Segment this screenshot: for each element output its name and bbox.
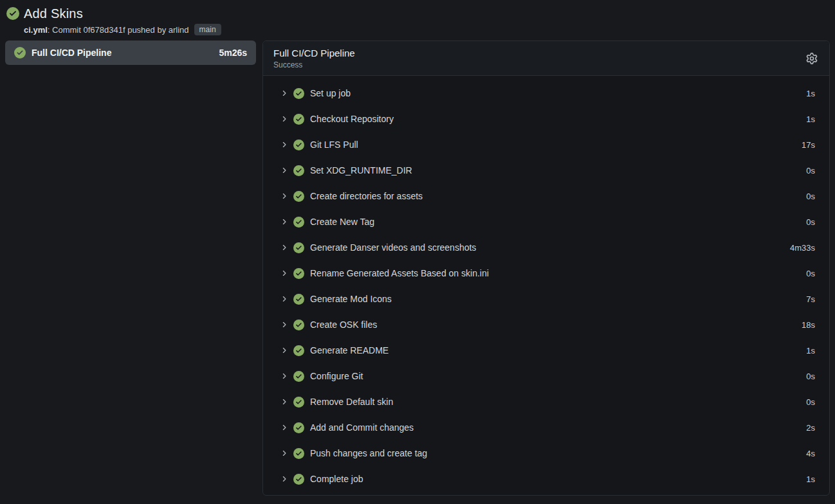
step-name: Create OSK files <box>310 320 796 330</box>
step-name: Create New Tag <box>310 217 800 227</box>
success-check-icon <box>293 88 304 99</box>
step-duration: 0s <box>806 372 815 381</box>
chevron-right-icon <box>281 475 288 483</box>
chevron-right-icon <box>281 115 288 123</box>
step-duration: 4s <box>806 449 815 458</box>
success-check-icon <box>293 474 304 485</box>
success-check-icon <box>293 448 304 459</box>
steps-list: Set up job 1s Checkout Repository 1s Git… <box>263 76 829 496</box>
success-check-icon <box>293 397 304 408</box>
step-row[interactable]: Rename Generated Assets Based on skin.in… <box>263 260 829 286</box>
success-check-icon <box>293 191 304 202</box>
success-check-icon <box>293 345 304 356</box>
step-row[interactable]: Create directories for assets 0s <box>263 183 829 209</box>
step-row[interactable]: Configure Git 0s <box>263 363 829 389</box>
run-title: Add Skins <box>24 6 83 21</box>
step-name: Git LFS Pull <box>310 140 796 150</box>
step-name: Set up job <box>310 88 800 98</box>
step-row[interactable]: Generate Danser videos and screenshots 4… <box>263 235 829 260</box>
step-duration: 0s <box>806 217 815 227</box>
job-duration: 5m26s <box>219 48 247 58</box>
workflow-file-name: ci.yml <box>24 25 48 35</box>
step-name: Remove Default skin <box>310 397 800 407</box>
chevron-right-icon <box>281 295 288 303</box>
step-name: Generate Mod Icons <box>310 294 800 304</box>
jobs-sidebar: Full CI/CD Pipeline 5m26s <box>5 40 256 65</box>
step-duration: 17s <box>802 140 815 150</box>
success-check-icon <box>293 217 304 228</box>
chevron-right-icon <box>281 192 288 200</box>
chevron-right-icon <box>281 372 288 380</box>
step-name: Complete job <box>310 474 800 484</box>
success-check-icon <box>293 242 304 253</box>
success-check-icon <box>293 320 304 330</box>
step-row[interactable]: Checkout Repository 1s <box>263 106 829 132</box>
step-name: Configure Git <box>310 371 800 381</box>
step-name: Rename Generated Assets Based on skin.in… <box>310 268 800 278</box>
success-check-icon <box>293 422 304 433</box>
run-header: Add Skins ci.yml: Commit 0f678d341f push… <box>0 0 835 36</box>
job-name: Full CI/CD Pipeline <box>32 48 213 58</box>
chevron-right-icon <box>281 321 288 328</box>
job-status-text: Success <box>273 60 819 69</box>
success-check-icon <box>293 114 304 125</box>
step-duration: 1s <box>806 114 815 124</box>
job-detail-title: Full CI/CD Pipeline <box>273 48 819 59</box>
commit-line: ci.yml: Commit 0f678d341f pushed by arli… <box>24 23 829 36</box>
success-check-icon <box>293 140 304 150</box>
step-row[interactable]: Push changes and create tag 4s <box>263 440 829 466</box>
success-check-icon <box>293 165 304 176</box>
step-name: Checkout Repository <box>310 114 800 124</box>
job-card-full-pipeline[interactable]: Full CI/CD Pipeline 5m26s <box>5 40 256 65</box>
step-duration: 0s <box>806 397 815 407</box>
commit-text: : Commit 0f678d341f pushed by arlind <box>48 25 189 35</box>
step-row[interactable]: Add and Commit changes 2s <box>263 415 829 440</box>
chevron-right-icon <box>281 269 288 277</box>
step-row[interactable]: Complete job 1s <box>263 466 829 492</box>
success-check-icon <box>293 371 304 382</box>
step-duration: 0s <box>806 192 815 201</box>
chevron-right-icon <box>281 141 288 148</box>
step-row[interactable]: Remove Default skin 0s <box>263 389 829 415</box>
chevron-right-icon <box>281 398 288 406</box>
branch-badge[interactable]: main <box>194 24 221 35</box>
step-row[interactable]: Git LFS Pull 17s <box>263 132 829 158</box>
step-duration: 7s <box>806 294 815 304</box>
chevron-right-icon <box>281 244 288 251</box>
chevron-right-icon <box>281 424 288 431</box>
chevron-right-icon <box>281 346 288 354</box>
step-duration: 1s <box>806 346 815 356</box>
step-row[interactable]: Create New Tag 0s <box>263 209 829 235</box>
step-duration: 2s <box>806 423 815 433</box>
step-duration: 0s <box>806 166 815 176</box>
job-detail-header: Full CI/CD Pipeline Success <box>263 41 829 76</box>
chevron-right-icon <box>281 449 288 457</box>
job-detail-panel: Full CI/CD Pipeline Success Set up job 1… <box>262 40 830 496</box>
success-check-icon <box>293 294 304 305</box>
step-row[interactable]: Generate README 1s <box>263 338 829 363</box>
job-success-check-icon <box>14 47 26 59</box>
step-row[interactable]: Set XDG_RUNTIME_DIR 0s <box>263 158 829 183</box>
step-name: Set XDG_RUNTIME_DIR <box>310 165 800 176</box>
success-check-icon <box>293 268 304 279</box>
run-status-check-icon <box>6 7 19 20</box>
chevron-right-icon <box>281 218 288 226</box>
step-row[interactable]: Generate Mod Icons 7s <box>263 286 829 312</box>
step-name: Generate README <box>310 345 800 356</box>
gear-icon[interactable] <box>803 50 820 67</box>
chevron-right-icon <box>281 89 288 97</box>
step-name: Add and Commit changes <box>310 422 800 433</box>
step-duration: 4m33s <box>790 243 815 253</box>
chevron-right-icon <box>281 166 288 174</box>
step-row[interactable]: Create OSK files 18s <box>263 312 829 338</box>
step-duration: 18s <box>802 320 815 330</box>
step-name: Push changes and create tag <box>310 448 800 458</box>
step-name: Create directories for assets <box>310 191 800 201</box>
step-duration: 0s <box>806 269 815 278</box>
step-row[interactable]: Set up job 1s <box>263 80 829 106</box>
step-duration: 1s <box>806 474 815 484</box>
step-duration: 1s <box>806 89 815 98</box>
step-name: Generate Danser videos and screenshots <box>310 242 784 253</box>
